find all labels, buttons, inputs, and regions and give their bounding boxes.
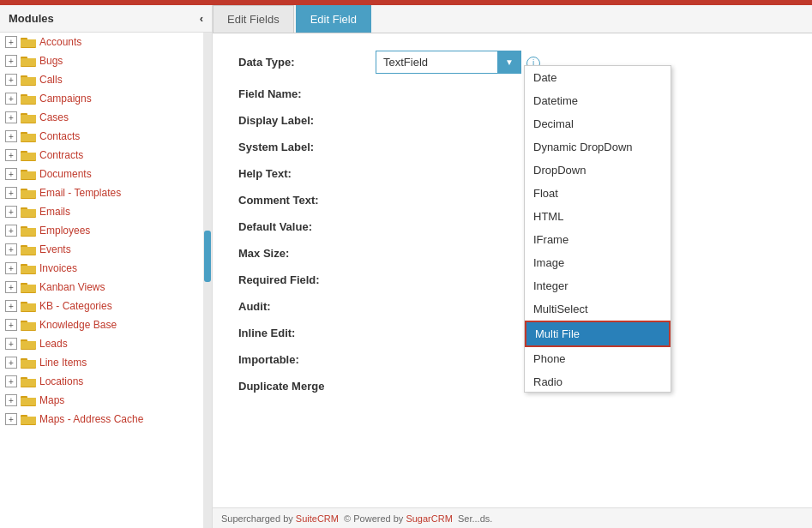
dropdown-option-datetime[interactable]: Datetime (525, 89, 671, 112)
expand-icon[interactable]: + (5, 36, 17, 48)
dropdown-option-phone[interactable]: Phone (525, 347, 671, 370)
form-label: Help Text: (238, 167, 376, 180)
dropdown-option-decimal[interactable]: Decimal (525, 112, 671, 135)
dropdown-option-iframe[interactable]: IFrame (525, 228, 671, 251)
expand-icon[interactable]: + (5, 225, 17, 237)
svg-rect-26 (21, 190, 36, 198)
datatype-dropdown-container[interactable]: TextField (376, 51, 521, 74)
sidebar-item-calls[interactable]: + Calls (0, 70, 203, 89)
sidebar-item-kanban-views[interactable]: + Kanban Views (0, 278, 203, 297)
expand-icon[interactable]: + (5, 130, 17, 142)
expand-icon[interactable]: + (5, 168, 17, 180)
form-label: Default Value: (238, 220, 376, 233)
form-label: Field Name: (238, 87, 376, 100)
svg-rect-50 (21, 341, 36, 349)
sidebar-item-knowledge-base[interactable]: + Knowledge Base (0, 315, 203, 334)
dropdown-option-integer[interactable]: Integer (525, 274, 671, 297)
sidebar-item-maps---address-cache[interactable]: + Maps - Address Cache (0, 410, 203, 429)
sidebar-item-line-items[interactable]: + Line Items (0, 353, 203, 372)
dropdown-option-multiselect[interactable]: MultiSelect (525, 297, 671, 321)
expand-icon[interactable]: + (5, 262, 17, 274)
folder-icon (21, 262, 36, 274)
sidebar-title: Modules (9, 12, 54, 25)
sidebar-item-label: Knowledge Base (39, 319, 117, 331)
form-label: Data Type: (238, 56, 376, 69)
sidebar-item-label: Email - Templates (39, 187, 121, 199)
dropdown-option-dynamic-dropdown[interactable]: Dynamic DropDown (525, 135, 671, 159)
sidebar-item-email---templates[interactable]: + Email - Templates (0, 183, 203, 202)
expand-icon[interactable]: + (5, 206, 17, 218)
suitecrm-link[interactable]: SuiteCRM (296, 513, 339, 524)
sugarcrm-link[interactable]: SugarCRM (406, 513, 452, 524)
form-row: Duplicate Merge (238, 380, 786, 393)
svg-rect-56 (21, 379, 36, 387)
tab-edit-fields[interactable]: Edit Fields (213, 5, 294, 33)
form-row: Importable: (238, 353, 786, 366)
expand-icon[interactable]: + (5, 394, 17, 406)
form-row: Inline Edit: (238, 327, 786, 339)
dropdown-option-dropdown[interactable]: DropDown (525, 159, 671, 182)
dropdown-option-date[interactable]: Date (525, 66, 671, 89)
expand-icon[interactable]: + (5, 300, 17, 312)
sidebar-item-campaigns[interactable]: + Campaigns (0, 89, 203, 108)
folder-icon (21, 36, 36, 48)
sidebar-item-invoices[interactable]: + Invoices (0, 259, 203, 278)
dropdown-option-image[interactable]: Image (525, 251, 671, 274)
sidebar-scrollbar[interactable] (203, 33, 212, 528)
expand-icon[interactable]: + (5, 55, 17, 67)
sidebar-item-emails[interactable]: + Emails (0, 202, 203, 221)
sidebar-item-kb---categories[interactable]: + KB - Categories (0, 297, 203, 315)
sidebar-item-employees[interactable]: + Employees (0, 221, 203, 240)
expand-icon[interactable]: + (5, 357, 17, 369)
dropdown-option-radio[interactable]: Radio (525, 370, 671, 392)
dropdown-option-multi-file[interactable]: Multi File (525, 321, 671, 347)
expand-icon[interactable]: + (5, 149, 17, 161)
sidebar-item-cases[interactable]: + Cases (0, 108, 203, 127)
folder-icon (21, 357, 36, 369)
sidebar-item-label: Contracts (39, 149, 83, 161)
sidebar-item-contacts[interactable]: + Contacts (0, 127, 203, 146)
form-row: Comment Text: (238, 194, 786, 207)
sidebar-item-documents[interactable]: + Documents (0, 165, 203, 183)
expand-icon[interactable]: + (5, 413, 17, 425)
folder-icon (21, 394, 36, 406)
tab-edit-field[interactable]: Edit Field (296, 5, 371, 33)
expand-icon[interactable]: + (5, 243, 17, 255)
dropdown-arrow-icon[interactable] (497, 51, 521, 74)
form-label: Max Size: (238, 247, 376, 260)
sidebar-scrollbar-thumb[interactable] (204, 231, 211, 282)
dropdown-option-html[interactable]: HTML (525, 205, 671, 228)
folder-icon (21, 243, 36, 255)
expand-icon[interactable]: + (5, 338, 17, 350)
folder-icon (21, 111, 36, 123)
sidebar-item-label: Documents (39, 168, 92, 180)
sidebar-item-label: Bugs (39, 55, 63, 67)
sidebar-list: + Accounts+ Bugs+ Calls+ Campaigns+ Case… (0, 33, 203, 528)
expand-icon[interactable]: + (5, 111, 17, 123)
sidebar-item-locations[interactable]: + Locations (0, 372, 203, 391)
status-supercharged: Supercharged by SuiteCRM © Powered by Su… (221, 513, 492, 524)
sidebar-item-label: Accounts (39, 36, 81, 48)
form-label: Importable: (238, 353, 376, 366)
folder-icon (21, 338, 36, 350)
expand-icon[interactable]: + (5, 375, 17, 387)
sidebar-item-maps[interactable]: + Maps (0, 391, 203, 410)
sidebar-item-leads[interactable]: + Leads (0, 334, 203, 353)
sidebar: Modules ‹ + Accounts+ Bugs+ Calls+ Campa… (0, 5, 213, 528)
sidebar-item-accounts[interactable]: + Accounts (0, 33, 203, 51)
collapse-button[interactable]: ‹ (200, 12, 203, 25)
expand-icon[interactable]: + (5, 187, 17, 199)
datatype-dropdown-menu[interactable]: DateDatetimeDecimalDynamic DropDownDropD… (524, 65, 671, 393)
sidebar-item-bugs[interactable]: + Bugs (0, 51, 203, 70)
dropdown-option-float[interactable]: Float (525, 182, 671, 205)
sidebar-item-events[interactable]: + Events (0, 240, 203, 259)
sidebar-item-label: Invoices (39, 262, 77, 274)
expand-icon[interactable]: + (5, 319, 17, 331)
expand-icon[interactable]: + (5, 281, 17, 293)
form-row: Field Name: (238, 87, 786, 100)
sidebar-item-label: Maps - Address Cache (39, 413, 143, 425)
sidebar-item-contracts[interactable]: + Contracts (0, 146, 203, 165)
dropdown-menu-scroll[interactable]: DateDatetimeDecimalDynamic DropDownDropD… (525, 66, 671, 392)
expand-icon[interactable]: + (5, 74, 17, 86)
expand-icon[interactable]: + (5, 93, 17, 105)
